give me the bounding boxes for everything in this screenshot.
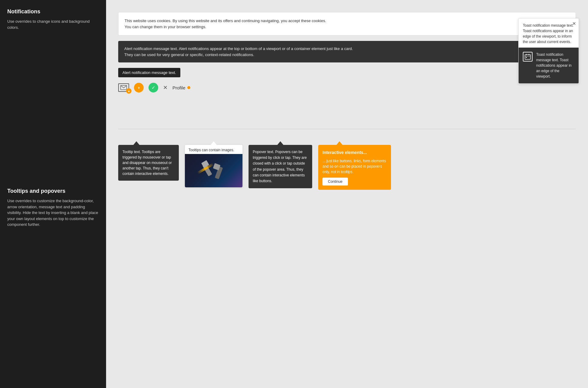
main-content: This website uses cookies. By using this… xyxy=(106,0,588,388)
alert-inline: Alert notification message text. xyxy=(118,68,180,77)
tooltip-arrow-2 xyxy=(211,141,217,145)
svg-rect-1 xyxy=(525,55,530,59)
sidebar-tooltips-desc: Use overrides to customize the backgroun… xyxy=(7,198,99,228)
tooltip-arrow-3 xyxy=(277,141,283,145)
tooltip-image-box: Tooltips can contain images. xyxy=(185,145,242,187)
toast-light-text: Toast notification message text. Toast n… xyxy=(523,23,574,45)
popover-continue-button[interactable]: Continue xyxy=(322,178,348,186)
tooltips-grid: Tooltip text. Tooltips are triggered by … xyxy=(118,141,576,190)
orange-plus-badge[interactable]: + xyxy=(134,83,144,92)
mail-badge-orange: ● xyxy=(126,88,132,94)
tooltip-card-1: Tooltip text. Tooltips are triggered by … xyxy=(118,141,179,190)
tooltip-arrow-1 xyxy=(133,141,139,145)
toast-close-button[interactable]: ✕ xyxy=(572,21,576,26)
profile-dot-indicator xyxy=(187,86,190,89)
svg-rect-5 xyxy=(526,57,527,58)
mail-notification-icon[interactable]: ● xyxy=(118,83,129,92)
section-divider xyxy=(118,129,576,129)
notification-icons-row: ● + ✓ ✕ Profile xyxy=(118,83,576,92)
tooltip-arrow-4 xyxy=(336,141,342,145)
tooltip-card-2: Tooltips can contain images. xyxy=(185,141,242,190)
popover-orange-box: Interactive elements... ... just like bu… xyxy=(318,145,391,190)
sidebar-tooltips-title: Tooltips and popovers xyxy=(7,188,99,194)
sidebar-notifications-title: Notifications xyxy=(7,8,99,15)
sidebar-section-tooltips: Tooltips and popovers Use overrides to c… xyxy=(7,188,99,228)
tooltip-card-4: Interactive elements... ... just like bu… xyxy=(318,141,391,190)
toast-panel: Toast notification message text. Toast n… xyxy=(518,18,579,84)
green-check-badge[interactable]: ✓ xyxy=(149,83,158,92)
cookie-text: This website uses cookies. By using this… xyxy=(125,18,326,30)
tooltip-card-3: Popover text. Popovers can be triggered … xyxy=(249,141,312,190)
toast-dark-text: Toast notification message text. Toast n… xyxy=(536,52,574,79)
sidebar: Notifications Use overrides to change ic… xyxy=(0,0,106,388)
toast-dark-item: Toast notification message text. Toast n… xyxy=(519,48,579,83)
tooltip-image-placeholder xyxy=(185,154,242,187)
tooltip-box-1: Tooltip text. Tooltips are triggered by … xyxy=(118,145,179,181)
tooltip-image-text: Tooltips can contain images. xyxy=(185,145,242,154)
toast-light-item: Toast notification message text. Toast n… xyxy=(519,18,579,48)
popover-orange-title: Interactive elements... xyxy=(322,149,387,156)
calendar-icon xyxy=(523,52,533,62)
sidebar-notifications-desc: Use overrides to change icons and backgr… xyxy=(7,18,99,30)
profile-label: Profile xyxy=(172,85,190,90)
popover-orange-sub: ... just like buttons, links, form eleme… xyxy=(322,158,387,175)
sidebar-section-notifications: Notifications Use overrides to change ic… xyxy=(7,8,99,30)
alert-dark-banner: Alert notification message text. Alert n… xyxy=(118,41,576,62)
cookie-banner: This website uses cookies. By using this… xyxy=(118,12,576,35)
popover-dark-box: Popover text. Popovers can be triggered … xyxy=(249,145,312,188)
close-x-icon[interactable]: ✕ xyxy=(163,84,168,91)
alert-dark-text: Alert notification message text. Alert n… xyxy=(124,46,353,58)
